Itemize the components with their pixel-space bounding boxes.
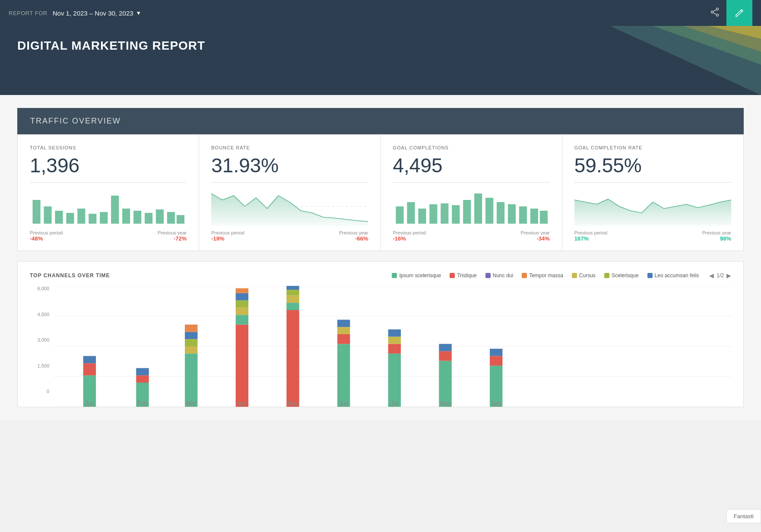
- svg-rect-18: [133, 211, 141, 224]
- svg-rect-11: [55, 211, 63, 224]
- chevron-down-icon: ▾: [137, 9, 140, 17]
- legend-dot-1: [450, 273, 455, 278]
- date-range-selector[interactable]: Nov 1, 2023 – Nov 30, 2023 ▾: [53, 9, 140, 17]
- y-label-4500: 4,500: [30, 312, 49, 317]
- svg-rect-37: [539, 211, 547, 224]
- svg-rect-20: [156, 209, 164, 224]
- metric-value-bounce-rate: 31.93%: [211, 154, 368, 177]
- svg-rect-27: [429, 204, 437, 224]
- svg-rect-45: [83, 356, 96, 363]
- metric-label-bounce-rate: BOUNCE RATE: [211, 145, 368, 150]
- svg-rect-16: [111, 196, 119, 224]
- svg-rect-47: [136, 375, 149, 383]
- svg-rect-53: [185, 332, 197, 339]
- legend-dot-6: [647, 273, 653, 278]
- svg-rect-79: [490, 349, 502, 356]
- metric-value-goal-completions: 4,495: [393, 154, 550, 177]
- previous-year-item: Previous year -66%: [339, 230, 368, 242]
- svg-rect-71: [388, 344, 401, 353]
- metric-card-total-sessions: TOTAL SESSIONS 1,396: [18, 135, 199, 250]
- y-label-1500: 1,500: [30, 363, 49, 368]
- previous-period-item: Previous period 167%: [574, 230, 607, 242]
- svg-rect-61: [286, 310, 299, 407]
- metric-footer-goal-completion-rate: Previous period 167% Previous year 98%: [574, 230, 731, 242]
- report-for-label: REPORT FOR: [9, 10, 48, 16]
- svg-rect-48: [136, 368, 149, 375]
- hero-decoration: [545, 26, 761, 95]
- svg-rect-68: [337, 327, 350, 334]
- legend-item-4: Cursus: [572, 272, 596, 279]
- previous-year-label: Previous year: [339, 230, 368, 235]
- svg-rect-17: [122, 209, 130, 224]
- legend-label-5: Scelerisque: [612, 272, 639, 279]
- svg-rect-35: [519, 206, 526, 224]
- legend-dot-5: [604, 273, 609, 278]
- previous-period-change: -19%: [211, 235, 224, 242]
- svg-rect-34: [507, 204, 515, 224]
- svg-rect-21: [167, 212, 175, 224]
- svg-rect-54: [185, 325, 197, 332]
- svg-rect-63: [286, 295, 299, 303]
- svg-rect-13: [77, 209, 85, 224]
- legend-item-5: Scelerisque: [604, 272, 639, 279]
- channels-header: TOP CHANNELS OVER TIME Ipsum scelerisque…: [30, 272, 731, 279]
- svg-rect-49: [185, 354, 197, 407]
- svg-rect-64: [286, 290, 299, 295]
- pagination-indicator: 1/2: [717, 272, 724, 279]
- previous-year-label: Previous year: [158, 230, 187, 235]
- previous-period-label: Previous period: [393, 230, 426, 235]
- y-label-6000: 6,000: [30, 286, 49, 291]
- svg-point-0: [717, 8, 719, 10]
- svg-rect-67: [337, 334, 350, 344]
- legend-dot-3: [522, 273, 527, 278]
- previous-year-change: -34%: [536, 235, 549, 242]
- svg-rect-26: [418, 209, 426, 224]
- svg-line-4: [713, 13, 717, 14]
- svg-rect-36: [530, 209, 538, 224]
- svg-rect-32: [485, 198, 493, 224]
- svg-rect-14: [89, 214, 96, 224]
- metric-card-goal-completion-rate: GOAL COMPLETION RATE 59.55% P: [562, 135, 743, 250]
- metric-chart-goal-completions: [393, 187, 550, 226]
- previous-period-item: Previous period -48%: [30, 230, 63, 242]
- share-button[interactable]: [703, 3, 726, 23]
- legend-dot-4: [572, 273, 577, 278]
- svg-rect-28: [441, 203, 448, 224]
- previous-period-label: Previous period: [574, 230, 607, 235]
- metric-footer-total-sessions: Previous period -48% Previous year -72%: [30, 230, 187, 242]
- svg-rect-19: [145, 213, 152, 224]
- svg-point-2: [711, 11, 713, 13]
- previous-year-item: Previous year -34%: [520, 230, 549, 242]
- svg-rect-24: [396, 206, 403, 224]
- legend-label-1: Tristique: [457, 272, 477, 279]
- svg-rect-10: [44, 206, 51, 224]
- metric-footer-goal-completions: Previous period -16% Previous year -34%: [393, 230, 550, 242]
- fantastic-badge-text: Fantasti: [734, 513, 754, 519]
- metric-label-goal-completion-rate: GOAL COMPLETION RATE: [574, 145, 731, 150]
- share-icon: [710, 7, 720, 17]
- legend-item-0: Ipsum scelerisque: [392, 272, 441, 279]
- svg-rect-70: [388, 354, 401, 407]
- svg-rect-65: [286, 286, 299, 290]
- svg-rect-59: [236, 293, 248, 301]
- pagination-prev-button[interactable]: ◀: [709, 272, 714, 279]
- previous-year-change: 98%: [720, 235, 731, 242]
- svg-rect-51: [185, 346, 197, 354]
- fantastic-badge: Fantasti: [726, 509, 761, 523]
- top-channels-section: TOP CHANNELS OVER TIME Ipsum scelerisque…: [17, 261, 744, 407]
- section-title: TRAFFIC OVERVIEW: [30, 117, 121, 125]
- legend-dot-2: [485, 273, 491, 278]
- pagination-next-button[interactable]: ▶: [726, 272, 731, 279]
- channels-chart-svg: Jan Feb Mar Apr May Jun Jul Aug Sep: [54, 286, 731, 407]
- svg-rect-29: [452, 205, 460, 224]
- metric-cards-container: TOTAL SESSIONS 1,396: [17, 134, 744, 251]
- previous-period-label: Previous period: [211, 230, 244, 235]
- svg-rect-78: [490, 356, 502, 365]
- svg-rect-25: [407, 202, 415, 224]
- svg-text:Apr: Apr: [238, 400, 247, 407]
- channels-chart-container: 6,000 4,500 3,000 1,500 0: [30, 286, 731, 407]
- svg-text:Mar: Mar: [186, 400, 197, 407]
- previous-year-item: Previous year -72%: [158, 230, 187, 242]
- edit-button[interactable]: [726, 0, 752, 26]
- previous-year-label: Previous year: [702, 230, 731, 235]
